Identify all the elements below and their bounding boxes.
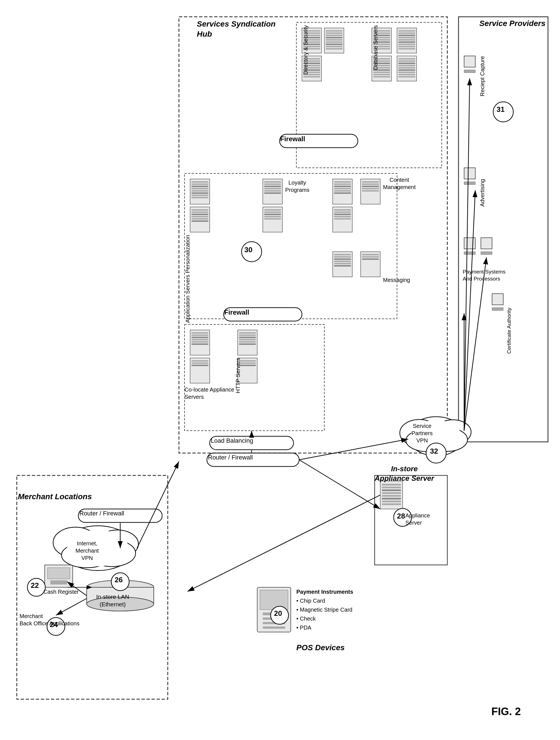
svg-rect-150: [239, 337, 256, 338]
svg-rect-72: [398, 67, 415, 69]
fig-label: FIG. 2: [491, 706, 521, 718]
http-servers-label: HTTP Servers: [235, 358, 241, 393]
svg-rect-152: [239, 341, 256, 343]
svg-rect-79: [191, 183, 208, 185]
svg-rect-121: [334, 211, 351, 213]
svg-rect-142: [191, 344, 208, 345]
svg-rect-36: [303, 76, 320, 78]
svg-rect-114: [362, 181, 379, 183]
svg-rect-178: [464, 168, 475, 179]
svg-rect-127: [334, 256, 351, 258]
svg-rect-52: [398, 39, 415, 40]
chip-card-text: • Chip Card: [296, 596, 353, 605]
svg-rect-130: [334, 263, 351, 264]
svg-rect-65: [373, 74, 390, 75]
svg-rect-4: [459, 17, 548, 442]
svg-rect-64: [373, 72, 390, 73]
receipt-capture-label: Reciept Capture: [479, 56, 486, 96]
svg-rect-179: [464, 182, 475, 185]
payment-systems-label: Payment Systems And Processors: [463, 269, 505, 282]
badge-24: 24: [50, 620, 58, 629]
appliance-server-label: Appliance Server: [405, 512, 430, 526]
svg-rect-138: [191, 335, 208, 336]
svg-rect-78: [191, 181, 208, 183]
svg-rect-185: [492, 308, 503, 310]
svg-rect-94: [264, 181, 281, 183]
svg-rect-116: [362, 186, 379, 187]
svg-rect-148: [239, 332, 256, 334]
svg-rect-168: [48, 568, 70, 579]
svg-rect-134: [362, 256, 379, 258]
svg-rect-161: [382, 489, 401, 491]
svg-rect-184: [492, 294, 503, 305]
svg-rect-95: [264, 183, 281, 185]
svg-rect-98: [264, 190, 281, 192]
svg-rect-21: [326, 37, 343, 38]
svg-line-208: [137, 461, 179, 548]
svg-rect-171: [260, 590, 288, 610]
svg-rect-129: [334, 261, 351, 262]
app-servers-label: Application Servers Personalization: [185, 235, 191, 323]
pos-devices-label: POS Devices: [296, 643, 345, 652]
loyalty-programs-label: Loyalty Programs: [285, 179, 309, 193]
svg-rect-50: [398, 35, 415, 36]
database-servers-label: Database Servers: [372, 25, 379, 70]
svg-rect-143: [190, 358, 210, 383]
router-firewall-services-label: Router / Firewall: [208, 454, 253, 461]
svg-rect-141: [191, 341, 208, 343]
svg-rect-96: [264, 186, 281, 187]
router-firewall-merchant-label: Router / Firewall: [79, 510, 124, 517]
svg-rect-182: [481, 238, 492, 249]
svg-rect-112: [334, 192, 351, 194]
svg-rect-76: [398, 76, 415, 78]
badge-20: 20: [274, 609, 282, 618]
svg-rect-66: [373, 76, 390, 78]
svg-rect-26: [326, 48, 343, 50]
cash-register-label: Cash Register: [43, 589, 79, 595]
svg-rect-104: [264, 216, 281, 217]
svg-rect-92: [191, 220, 208, 222]
svg-rect-162: [382, 492, 401, 494]
badge-30: 30: [244, 246, 253, 254]
svg-rect-118: [362, 190, 379, 192]
certificate-authority-label: Certificate Authority: [506, 308, 512, 354]
svg-rect-68: [398, 58, 415, 60]
svg-rect-53: [398, 41, 415, 43]
svg-rect-105: [264, 218, 281, 219]
content-mgmt-label: Content Management: [383, 176, 416, 191]
svg-rect-81: [191, 188, 208, 189]
svg-rect-131: [334, 265, 351, 267]
svg-rect-110: [334, 188, 351, 189]
svg-rect-107: [334, 181, 351, 183]
advertising-label: Advertising: [479, 179, 486, 207]
svg-rect-18: [326, 30, 343, 31]
svg-rect-56: [398, 48, 415, 50]
svg-rect-135: [362, 258, 379, 260]
svg-rect-111: [334, 190, 351, 192]
svg-rect-151: [239, 339, 256, 340]
svg-rect-126: [334, 254, 351, 255]
svg-rect-51: [398, 37, 415, 38]
badge-22: 22: [31, 581, 39, 590]
service-providers-label: Service Providers: [479, 19, 546, 28]
svg-rect-180: [464, 238, 475, 249]
svg-rect-55: [398, 46, 415, 47]
svg-rect-124: [334, 218, 351, 219]
svg-rect-82: [191, 190, 208, 192]
svg-rect-123: [334, 216, 351, 217]
svg-rect-165: [382, 500, 401, 502]
svg-rect-85: [191, 197, 208, 198]
svg-rect-83: [191, 192, 208, 194]
check-text: • Check: [296, 614, 353, 623]
svg-rect-22: [326, 39, 343, 40]
svg-rect-87: [191, 209, 208, 210]
svg-rect-73: [398, 69, 415, 71]
svg-rect-176: [464, 56, 475, 67]
svg-rect-144: [191, 360, 208, 362]
svg-rect-157: [239, 365, 256, 366]
svg-line-217: [187, 495, 380, 591]
badge-26: 26: [115, 575, 123, 584]
svg-rect-74: [398, 72, 415, 73]
messaging-label: Messaging: [383, 277, 410, 283]
svg-rect-23: [326, 41, 343, 43]
